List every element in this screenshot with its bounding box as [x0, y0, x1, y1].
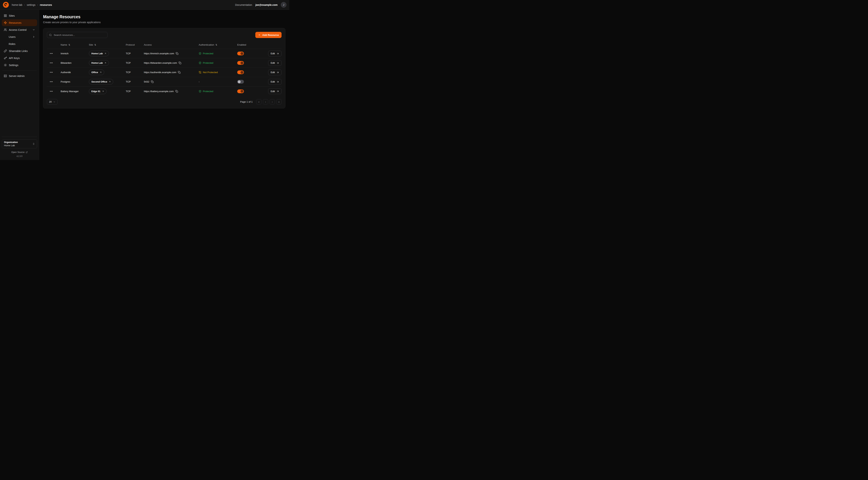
site-link[interactable]: Office	[89, 69, 104, 75]
row-menu-button[interactable]: ⋯	[50, 90, 53, 93]
sort-icon: ⇅	[216, 43, 217, 46]
arrow-up-right-icon	[109, 81, 111, 83]
enabled-toggle[interactable]	[237, 80, 244, 84]
user-email[interactable]: joe@example.com	[255, 3, 278, 6]
enabled-toggle[interactable]	[237, 52, 244, 55]
column-label: Site	[89, 43, 93, 46]
shield-off-icon	[199, 71, 202, 74]
sort-icon: ⇅	[94, 43, 96, 46]
copy-icon	[175, 90, 178, 93]
edit-button[interactable]: Edit	[268, 51, 282, 57]
organization-select[interactable]: Organization Home Lab	[2, 139, 37, 148]
site-link-label: Second Office	[91, 80, 107, 83]
page-size-select[interactable]: 20	[47, 99, 58, 104]
sidebar: Sites Resources Access Control Users Rol…	[0, 10, 39, 160]
breadcrumb-org[interactable]: home-lab	[12, 3, 22, 6]
edit-button[interactable]: Edit	[268, 69, 282, 75]
copy-button[interactable]	[176, 52, 178, 55]
sidebar-item-sites[interactable]: Sites	[2, 12, 37, 19]
auth-status-label: Protected	[203, 52, 213, 55]
edit-button[interactable]: Edit	[268, 88, 282, 94]
shield-check-icon	[199, 52, 202, 55]
site-link[interactable]: Home Lab	[89, 60, 109, 66]
documentation-link[interactable]: Documentation	[235, 3, 252, 6]
enabled-toggle[interactable]	[237, 70, 244, 74]
breadcrumb-separator: ›	[24, 3, 25, 6]
app-logo-icon[interactable]	[3, 2, 9, 8]
sidebar-footer: Organization Home Lab Open Source v1.3.0	[2, 137, 37, 157]
breadcrumb-separator: ›	[37, 3, 38, 6]
shield-check-icon	[199, 62, 202, 64]
column-header-site[interactable]: Site⇅	[89, 43, 126, 46]
column-header-authentication[interactable]: Authentication⇅	[199, 43, 237, 46]
resources-card: Add Resource Name⇅ Site⇅ Protocol Access…	[43, 28, 285, 109]
plus-icon	[258, 34, 260, 36]
site-link[interactable]: Home Lab	[89, 51, 109, 56]
site-link[interactable]: Second Office	[89, 79, 113, 85]
auth-status: Protected	[199, 62, 237, 64]
search-input[interactable]	[53, 33, 105, 36]
column-label: Protocol	[126, 43, 135, 46]
copy-button[interactable]	[178, 71, 181, 74]
breadcrumb-settings[interactable]: settings	[27, 3, 35, 6]
table-header: Name⇅ Site⇅ Protocol Access Authenticati…	[47, 41, 282, 49]
edit-label: Edit	[271, 80, 275, 83]
copy-button[interactable]	[151, 80, 154, 83]
row-menu-button[interactable]: ⋯	[50, 71, 53, 74]
site-link[interactable]: Edge 01	[89, 89, 106, 94]
table-row: ⋯ Battery Manager Edge 01 TCP https://ba…	[47, 87, 282, 96]
next-page-button[interactable]: ›	[270, 99, 275, 104]
sidebar-item-roles[interactable]: Roles	[2, 40, 37, 47]
copy-button[interactable]	[179, 62, 181, 64]
copy-button[interactable]	[175, 90, 178, 93]
last-page-button[interactable]: »	[276, 99, 282, 104]
copy-icon	[179, 62, 181, 64]
sidebar-divider	[2, 70, 37, 71]
table-row: ⋯ Postgres Second Office TCP 5432 - Edit	[47, 77, 282, 87]
sidebar-item-api-keys[interactable]: API Keys	[2, 55, 37, 61]
shield-check-icon	[199, 90, 202, 93]
row-menu-button[interactable]: ⋯	[50, 80, 53, 83]
main-content: Manage Resources Create secure proxies t…	[39, 10, 289, 160]
enabled-toggle[interactable]	[237, 61, 244, 65]
sidebar-item-label: Resources	[9, 21, 21, 24]
first-page-button[interactable]: «	[256, 99, 261, 104]
auth-status: Protected	[199, 90, 237, 93]
column-header-name[interactable]: Name⇅	[61, 43, 89, 46]
previous-page-button[interactable]: ‹	[263, 99, 268, 104]
sidebar-item-label: Server Admin	[9, 74, 25, 78]
sidebar-item-label: Sites	[9, 14, 14, 17]
avatar[interactable]: J	[281, 2, 286, 8]
add-resource-label: Add Resource	[262, 34, 279, 36]
edit-button[interactable]: Edit	[268, 60, 282, 66]
copy-icon	[176, 52, 178, 55]
toggle-knob	[238, 80, 241, 83]
arrow-up-right-icon	[102, 90, 104, 92]
open-source-link[interactable]: Open Source	[11, 151, 28, 153]
row-menu-button[interactable]: ⋯	[50, 61, 53, 64]
row-menu-button[interactable]: ⋯	[50, 52, 53, 55]
sidebar-item-server-admin[interactable]: Server Admin	[2, 72, 37, 79]
topbar: home-lab › settings › resources Document…	[0, 0, 289, 10]
sidebar-item-settings[interactable]: Settings	[2, 62, 37, 68]
arrow-right-icon	[277, 62, 279, 64]
search-box	[47, 32, 107, 38]
users-icon	[4, 28, 7, 31]
enabled-toggle[interactable]	[237, 89, 244, 93]
sidebar-item-users[interactable]: Users	[2, 33, 37, 40]
table-row: ⋯ Authentik Office TCP https://authentik…	[47, 68, 282, 77]
sidebar-item-access-control[interactable]: Access Control	[2, 26, 37, 33]
column-header-enabled: Enabled	[237, 43, 262, 46]
add-resource-button[interactable]: Add Resource	[255, 32, 282, 38]
resource-name: Bitwarden	[61, 62, 89, 64]
protocol-value: TCP	[126, 62, 144, 64]
sidebar-item-shareable-links[interactable]: Shareable Links	[2, 48, 37, 54]
sidebar-item-resources[interactable]: Resources	[2, 19, 37, 26]
waypoints-icon	[4, 21, 7, 24]
breadcrumb: home-lab › settings › resources	[12, 3, 52, 6]
column-label: Access	[144, 43, 152, 46]
breadcrumb-current: resources	[40, 3, 52, 6]
external-link-icon	[26, 151, 28, 153]
chevron-right-icon	[32, 35, 35, 38]
edit-button[interactable]: Edit	[268, 79, 282, 85]
